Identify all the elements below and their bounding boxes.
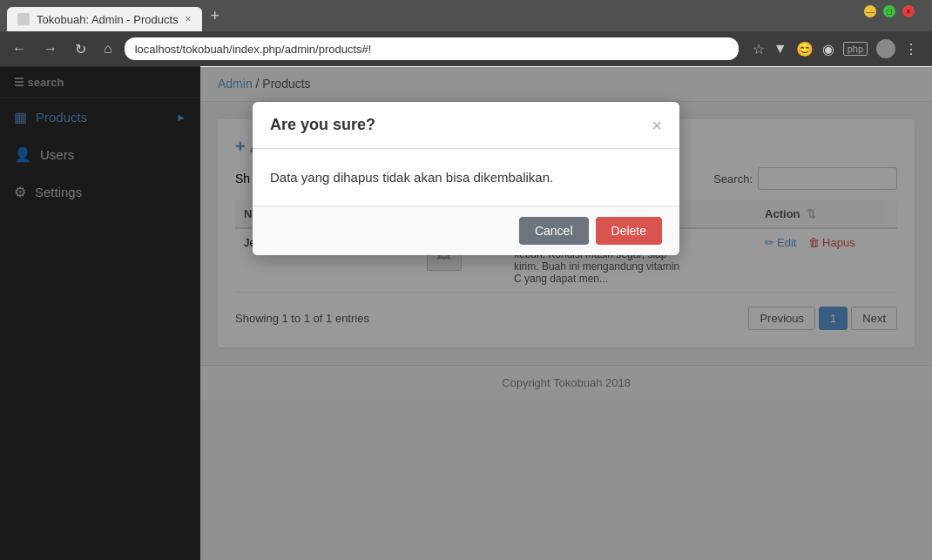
forward-button[interactable]: →	[38, 37, 63, 60]
delete-button[interactable]: Delete	[596, 217, 662, 245]
tab-title: Tokobuah: Admin - Products	[37, 13, 179, 26]
modal-overlay: Are you sure? × Data yang dihapus tidak …	[0, 67, 932, 560]
home-button[interactable]: ⌂	[98, 37, 118, 60]
menu-icon[interactable]: ⋮	[904, 41, 918, 57]
maximize-button[interactable]: □	[883, 5, 895, 17]
tab-favicon	[17, 13, 30, 25]
cancel-button[interactable]: Cancel	[519, 217, 589, 245]
tab-close-button[interactable]: ×	[186, 13, 192, 25]
emoji-icon[interactable]: 😊	[796, 41, 814, 57]
modal-title: Are you sure?	[270, 116, 375, 134]
pocket-icon[interactable]: ▼	[773, 41, 787, 57]
user-avatar[interactable]	[876, 39, 895, 58]
bookmark-icon[interactable]: ☆	[753, 41, 765, 57]
address-bar: ← → ↻ ⌂ localhost/tokobuah/index.php/adm…	[0, 31, 932, 66]
confirm-modal: Are you sure? × Data yang dihapus tidak …	[253, 102, 679, 255]
browser-icon[interactable]: ◉	[822, 41, 834, 57]
modal-body: Data yang dihapus tidak akan bisa dikemb…	[253, 149, 679, 206]
new-tab-button[interactable]: +	[206, 7, 226, 25]
browser-toolbar: ☆ ▼ 😊 ◉ php ⋮	[746, 39, 925, 58]
window-controls: — □ ×	[854, 5, 925, 17]
browser-tab[interactable]: Tokobuah: Admin - Products ×	[7, 7, 202, 31]
back-button[interactable]: ←	[7, 37, 31, 60]
modal-footer: Cancel Delete	[253, 206, 679, 255]
php-badge[interactable]: php	[843, 42, 868, 56]
modal-message: Data yang dihapus tidak akan bisa dikemb…	[270, 170, 662, 185]
minimize-button[interactable]: —	[864, 5, 876, 17]
modal-close-button[interactable]: ×	[652, 117, 662, 134]
modal-header: Are you sure? ×	[253, 102, 679, 149]
url-bar[interactable]: localhost/tokobuah/index.php/admin/produ…	[125, 37, 739, 60]
url-text: localhost/tokobuah/index.php/admin/produ…	[135, 43, 372, 56]
close-button[interactable]: ×	[902, 5, 915, 17]
reload-button[interactable]: ↻	[70, 37, 91, 61]
